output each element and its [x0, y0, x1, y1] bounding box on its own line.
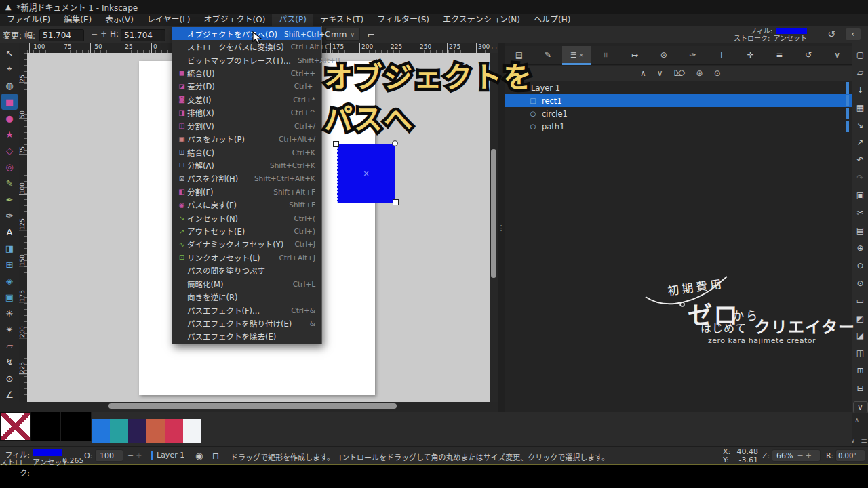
spiral-tool[interactable]: ◎ — [1, 159, 18, 175]
menu-object[interactable]: オブジェクト(O) — [197, 14, 273, 26]
shape-builder-tool[interactable]: ◍ — [1, 77, 18, 94]
rotation-input[interactable]: 0.00° — [835, 449, 865, 462]
text-tool[interactable]: A — [1, 224, 18, 240]
menu-item-reverse[interactable]: 向きを逆に(R) — [172, 290, 321, 303]
menu-layer[interactable]: レイヤー(L) — [140, 14, 197, 26]
resize-handle-bottomright[interactable] — [393, 199, 399, 205]
expander-icon[interactable]: ∨ — [507, 85, 517, 92]
horizontal-scrollbar-thumb[interactable] — [108, 403, 397, 409]
paste-button[interactable]: ▤ — [853, 222, 868, 239]
move-down-button[interactable]: ∨ — [657, 68, 663, 78]
tab-text[interactable]: T × — [707, 46, 736, 65]
menu-item-linked-offset[interactable]: ⊡ リンクオフセット(L) Ctrl+Alt+J — [172, 251, 321, 264]
selector-tool[interactable]: ↖ — [1, 45, 18, 61]
swatch-orange[interactable] — [146, 419, 165, 443]
highlight-color-bar[interactable] — [846, 121, 849, 132]
tab-xml-editor[interactable]: ⌗ × — [591, 46, 620, 65]
unlink-clone-button[interactable]: ◫ — [853, 344, 868, 362]
menu-item-split-path[interactable]: ⊠ パスを分割(H) Shift+Ctrl+Alt+K — [172, 172, 321, 185]
add-layer-icon[interactable]: ✚ — [513, 68, 519, 78]
palette-scroll-up-icon[interactable]: ∧ — [854, 416, 859, 424]
close-icon[interactable]: × — [578, 52, 584, 58]
pencil-tool[interactable]: ✎ — [1, 175, 18, 191]
collapse-toolbar-button[interactable]: ‹ — [845, 28, 861, 41]
fill-indicator-swatch[interactable] — [33, 449, 62, 456]
menu-item-division[interactable]: ◫ 分割(V) Ctrl+/ — [172, 119, 321, 132]
menu-item-exclusion[interactable]: ◨ 排他(X) Ctrl+^ — [172, 106, 321, 119]
menu-view[interactable]: 表示(V) — [98, 14, 140, 26]
object-row-layer1[interactable]: ∨ ▤ Layer 1 — [505, 81, 852, 94]
swatch-none[interactable] — [0, 412, 31, 441]
object-row-circle1[interactable]: ○ circle1 — [505, 107, 852, 120]
menu-text[interactable]: テキスト(T) — [313, 14, 370, 26]
menu-item-inset[interactable]: ↘ インセット(N) Ctrl+( — [172, 211, 321, 224]
mesh-tool[interactable]: ⊞ — [1, 256, 18, 272]
cut-button[interactable]: ✂ — [853, 204, 868, 222]
menu-filters[interactable]: フィルター(S) — [370, 14, 436, 26]
swatch-crimson[interactable] — [165, 419, 183, 443]
zoom-out-button[interactable]: ⊖ — [853, 257, 868, 274]
dropper-tool[interactable]: ◈ — [1, 272, 18, 289]
delete-object-button[interactable]: ⌦ — [674, 68, 686, 78]
zoom-steppers[interactable]: −+ — [797, 451, 813, 460]
width-input[interactable]: 51.704 — [39, 29, 84, 41]
menu-item-dynamic-offset[interactable]: ∿ ダイナミックオフセット(Y) Ctrl+J — [172, 238, 321, 251]
tweak-tool[interactable]: ✳ — [1, 305, 18, 321]
width-steppers[interactable]: −+ — [91, 29, 110, 39]
opacity-input[interactable]: 100 — [95, 449, 123, 462]
node-tool[interactable]: ⌖ — [1, 61, 18, 77]
connector-tool[interactable]: ↯ — [1, 354, 18, 370]
fill-color-swatch[interactable] — [776, 28, 807, 34]
unit-select[interactable]: mm ∨ — [326, 28, 360, 41]
import-button[interactable]: ↘ — [853, 117, 868, 134]
horizontal-scrollbar[interactable] — [27, 402, 490, 410]
menu-item-paste-path-effect[interactable]: パスエフェクトを貼り付け(E) & — [172, 317, 321, 329]
clone-button[interactable]: ◪ — [853, 327, 868, 345]
eraser-tool[interactable]: ▱ — [1, 338, 18, 354]
swatch-blue[interactable] — [92, 419, 110, 443]
vertical-ruler[interactable]: 255075100125150175200225 — [19, 53, 27, 402]
bezier-pen-tool[interactable]: ✒ — [1, 191, 18, 207]
ellipse-tool[interactable]: ● — [1, 110, 18, 126]
tab-objects[interactable]: ≣ × — [562, 46, 591, 65]
layer-lock-icon[interactable]: ⊓ — [212, 451, 219, 461]
duplicate-button[interactable]: ◩ — [853, 310, 868, 327]
highlight-color-bar[interactable] — [846, 108, 849, 119]
tab-more[interactable]: ∨ × — [823, 46, 852, 65]
menu-item-remove-path-effect[interactable]: パスエフェクトを除去(E) — [172, 330, 321, 343]
menu-edit[interactable]: 編集(E) — [57, 14, 98, 26]
menu-item-cut-path[interactable]: ▣ パスをカット(P) Ctrl+Alt+/ — [172, 132, 321, 145]
menu-item-fill-between-paths[interactable]: パスの間を塗りつぶす — [172, 264, 321, 277]
print-button[interactable]: ▦ — [853, 99, 868, 117]
menu-item-outset[interactable]: ↗ アウトセット(E) Ctrl+) — [172, 224, 321, 237]
menu-path[interactable]: パス(P) — [272, 14, 313, 26]
menu-item-difference[interactable]: ◪ 差分(D) Ctrl+- — [172, 80, 321, 93]
undo-button[interactable]: ↶ — [853, 151, 868, 169]
copy-button[interactable]: ▣ — [853, 186, 868, 204]
swatch-black-1[interactable] — [31, 412, 61, 441]
vertical-scrollbar[interactable] — [490, 53, 498, 402]
dock-splitter-handle[interactable]: ⋮ — [498, 43, 505, 412]
export-button[interactable]: ↗ — [853, 134, 868, 152]
objects-settings-button[interactable]: ⊛ — [696, 68, 703, 78]
star-tool[interactable]: ★ — [1, 126, 18, 142]
layer-selector[interactable]: Layer 1 — [151, 451, 184, 460]
menu-item-trace-bitmap[interactable]: ビットマップのトレース(T)... Shift+Alt+B — [172, 54, 321, 66]
commands-more-button[interactable]: ∨ — [853, 401, 868, 413]
object-row-path1[interactable]: ○ path1 — [505, 120, 852, 133]
reset-icon[interactable]: ↺ — [827, 28, 835, 39]
menu-file[interactable]: ファイル(F) — [0, 14, 57, 26]
menu-extensions[interactable]: エクステンション(N) — [436, 14, 527, 26]
menu-item-union[interactable]: ◼ 統合(U) Ctrl++ — [172, 66, 321, 79]
zoom-tool[interactable]: ⊙ — [1, 370, 18, 386]
opacity-steppers[interactable]: −+ — [127, 451, 144, 460]
swatch-white[interactable] — [183, 419, 201, 443]
tab-fill-stroke[interactable]: ✎ × — [534, 46, 563, 65]
gradient-tool[interactable]: ◨ — [1, 240, 18, 256]
tab-find[interactable]: ⊙ × — [649, 46, 678, 65]
zoom-in-button[interactable]: ⊕ — [853, 239, 868, 257]
palette-menu-icon[interactable]: ≡ — [861, 436, 867, 445]
open-document-button[interactable]: ▱ — [853, 64, 868, 81]
tab-align[interactable]: ✛ × — [736, 46, 765, 65]
tab-document-properties[interactable]: ▤ × — [505, 46, 534, 65]
